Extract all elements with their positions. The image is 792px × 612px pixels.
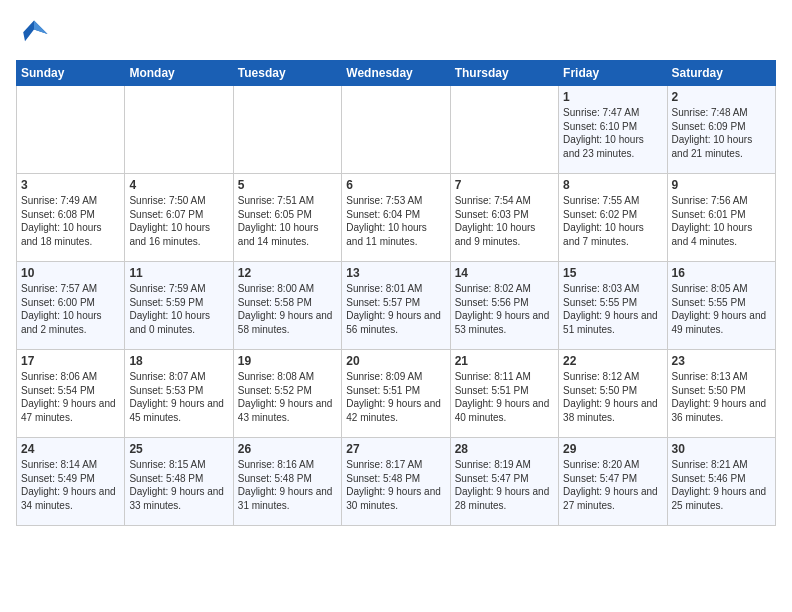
day-header: Friday [559, 61, 667, 86]
calendar-cell [342, 86, 450, 174]
day-number: 23 [672, 354, 771, 368]
day-info: Sunrise: 8:07 AM Sunset: 5:53 PM Dayligh… [129, 370, 228, 424]
day-number: 8 [563, 178, 662, 192]
calendar-table: SundayMondayTuesdayWednesdayThursdayFrid… [16, 60, 776, 526]
day-number: 16 [672, 266, 771, 280]
day-number: 1 [563, 90, 662, 104]
calendar-cell: 25Sunrise: 8:15 AM Sunset: 5:48 PM Dayli… [125, 438, 233, 526]
calendar-cell [233, 86, 341, 174]
logo [16, 16, 56, 52]
calendar-cell: 28Sunrise: 8:19 AM Sunset: 5:47 PM Dayli… [450, 438, 558, 526]
calendar-cell: 6Sunrise: 7:53 AM Sunset: 6:04 PM Daylig… [342, 174, 450, 262]
day-number: 22 [563, 354, 662, 368]
calendar-cell: 27Sunrise: 8:17 AM Sunset: 5:48 PM Dayli… [342, 438, 450, 526]
calendar-cell: 13Sunrise: 8:01 AM Sunset: 5:57 PM Dayli… [342, 262, 450, 350]
day-header: Thursday [450, 61, 558, 86]
day-info: Sunrise: 8:15 AM Sunset: 5:48 PM Dayligh… [129, 458, 228, 512]
calendar-cell: 29Sunrise: 8:20 AM Sunset: 5:47 PM Dayli… [559, 438, 667, 526]
page-header [16, 16, 776, 52]
calendar-cell: 7Sunrise: 7:54 AM Sunset: 6:03 PM Daylig… [450, 174, 558, 262]
svg-marker-1 [34, 21, 48, 35]
day-info: Sunrise: 8:03 AM Sunset: 5:55 PM Dayligh… [563, 282, 662, 336]
day-header: Saturday [667, 61, 775, 86]
day-number: 26 [238, 442, 337, 456]
day-number: 7 [455, 178, 554, 192]
day-number: 18 [129, 354, 228, 368]
calendar-cell: 18Sunrise: 8:07 AM Sunset: 5:53 PM Dayli… [125, 350, 233, 438]
calendar-cell: 14Sunrise: 8:02 AM Sunset: 5:56 PM Dayli… [450, 262, 558, 350]
calendar-cell: 1Sunrise: 7:47 AM Sunset: 6:10 PM Daylig… [559, 86, 667, 174]
day-number: 27 [346, 442, 445, 456]
calendar-cell: 10Sunrise: 7:57 AM Sunset: 6:00 PM Dayli… [17, 262, 125, 350]
day-number: 29 [563, 442, 662, 456]
calendar-cell: 26Sunrise: 8:16 AM Sunset: 5:48 PM Dayli… [233, 438, 341, 526]
day-header: Monday [125, 61, 233, 86]
calendar-cell: 15Sunrise: 8:03 AM Sunset: 5:55 PM Dayli… [559, 262, 667, 350]
calendar-cell: 12Sunrise: 8:00 AM Sunset: 5:58 PM Dayli… [233, 262, 341, 350]
day-number: 10 [21, 266, 120, 280]
calendar-cell: 11Sunrise: 7:59 AM Sunset: 5:59 PM Dayli… [125, 262, 233, 350]
day-info: Sunrise: 7:57 AM Sunset: 6:00 PM Dayligh… [21, 282, 120, 336]
day-number: 11 [129, 266, 228, 280]
calendar-cell: 23Sunrise: 8:13 AM Sunset: 5:50 PM Dayli… [667, 350, 775, 438]
day-info: Sunrise: 8:14 AM Sunset: 5:49 PM Dayligh… [21, 458, 120, 512]
day-info: Sunrise: 7:48 AM Sunset: 6:09 PM Dayligh… [672, 106, 771, 160]
calendar-cell: 17Sunrise: 8:06 AM Sunset: 5:54 PM Dayli… [17, 350, 125, 438]
day-number: 25 [129, 442, 228, 456]
day-info: Sunrise: 7:55 AM Sunset: 6:02 PM Dayligh… [563, 194, 662, 248]
calendar-cell: 21Sunrise: 8:11 AM Sunset: 5:51 PM Dayli… [450, 350, 558, 438]
day-number: 14 [455, 266, 554, 280]
day-number: 20 [346, 354, 445, 368]
calendar-cell: 5Sunrise: 7:51 AM Sunset: 6:05 PM Daylig… [233, 174, 341, 262]
calendar-cell: 22Sunrise: 8:12 AM Sunset: 5:50 PM Dayli… [559, 350, 667, 438]
day-info: Sunrise: 7:47 AM Sunset: 6:10 PM Dayligh… [563, 106, 662, 160]
day-number: 13 [346, 266, 445, 280]
day-info: Sunrise: 8:19 AM Sunset: 5:47 PM Dayligh… [455, 458, 554, 512]
day-info: Sunrise: 8:13 AM Sunset: 5:50 PM Dayligh… [672, 370, 771, 424]
calendar-cell [450, 86, 558, 174]
calendar-cell: 24Sunrise: 8:14 AM Sunset: 5:49 PM Dayli… [17, 438, 125, 526]
day-number: 6 [346, 178, 445, 192]
day-info: Sunrise: 7:49 AM Sunset: 6:08 PM Dayligh… [21, 194, 120, 248]
day-info: Sunrise: 8:06 AM Sunset: 5:54 PM Dayligh… [21, 370, 120, 424]
day-info: Sunrise: 8:08 AM Sunset: 5:52 PM Dayligh… [238, 370, 337, 424]
day-info: Sunrise: 7:50 AM Sunset: 6:07 PM Dayligh… [129, 194, 228, 248]
day-number: 5 [238, 178, 337, 192]
day-info: Sunrise: 7:53 AM Sunset: 6:04 PM Dayligh… [346, 194, 445, 248]
calendar-cell: 8Sunrise: 7:55 AM Sunset: 6:02 PM Daylig… [559, 174, 667, 262]
day-number: 3 [21, 178, 120, 192]
calendar-cell: 4Sunrise: 7:50 AM Sunset: 6:07 PM Daylig… [125, 174, 233, 262]
calendar-cell: 2Sunrise: 7:48 AM Sunset: 6:09 PM Daylig… [667, 86, 775, 174]
day-info: Sunrise: 8:16 AM Sunset: 5:48 PM Dayligh… [238, 458, 337, 512]
calendar-cell [125, 86, 233, 174]
day-number: 15 [563, 266, 662, 280]
day-number: 21 [455, 354, 554, 368]
calendar-cell: 16Sunrise: 8:05 AM Sunset: 5:55 PM Dayli… [667, 262, 775, 350]
calendar-cell: 30Sunrise: 8:21 AM Sunset: 5:46 PM Dayli… [667, 438, 775, 526]
day-header: Tuesday [233, 61, 341, 86]
day-info: Sunrise: 8:17 AM Sunset: 5:48 PM Dayligh… [346, 458, 445, 512]
day-info: Sunrise: 8:02 AM Sunset: 5:56 PM Dayligh… [455, 282, 554, 336]
day-info: Sunrise: 8:00 AM Sunset: 5:58 PM Dayligh… [238, 282, 337, 336]
day-info: Sunrise: 8:11 AM Sunset: 5:51 PM Dayligh… [455, 370, 554, 424]
day-info: Sunrise: 8:12 AM Sunset: 5:50 PM Dayligh… [563, 370, 662, 424]
calendar-cell [17, 86, 125, 174]
day-number: 24 [21, 442, 120, 456]
day-number: 12 [238, 266, 337, 280]
calendar-cell: 20Sunrise: 8:09 AM Sunset: 5:51 PM Dayli… [342, 350, 450, 438]
day-number: 28 [455, 442, 554, 456]
day-number: 17 [21, 354, 120, 368]
logo-icon [16, 16, 52, 52]
calendar-cell: 3Sunrise: 7:49 AM Sunset: 6:08 PM Daylig… [17, 174, 125, 262]
day-info: Sunrise: 8:05 AM Sunset: 5:55 PM Dayligh… [672, 282, 771, 336]
day-info: Sunrise: 8:21 AM Sunset: 5:46 PM Dayligh… [672, 458, 771, 512]
day-info: Sunrise: 8:01 AM Sunset: 5:57 PM Dayligh… [346, 282, 445, 336]
day-info: Sunrise: 7:59 AM Sunset: 5:59 PM Dayligh… [129, 282, 228, 336]
day-number: 19 [238, 354, 337, 368]
day-info: Sunrise: 7:56 AM Sunset: 6:01 PM Dayligh… [672, 194, 771, 248]
day-number: 4 [129, 178, 228, 192]
day-info: Sunrise: 8:09 AM Sunset: 5:51 PM Dayligh… [346, 370, 445, 424]
day-info: Sunrise: 7:51 AM Sunset: 6:05 PM Dayligh… [238, 194, 337, 248]
calendar-cell: 9Sunrise: 7:56 AM Sunset: 6:01 PM Daylig… [667, 174, 775, 262]
day-number: 30 [672, 442, 771, 456]
